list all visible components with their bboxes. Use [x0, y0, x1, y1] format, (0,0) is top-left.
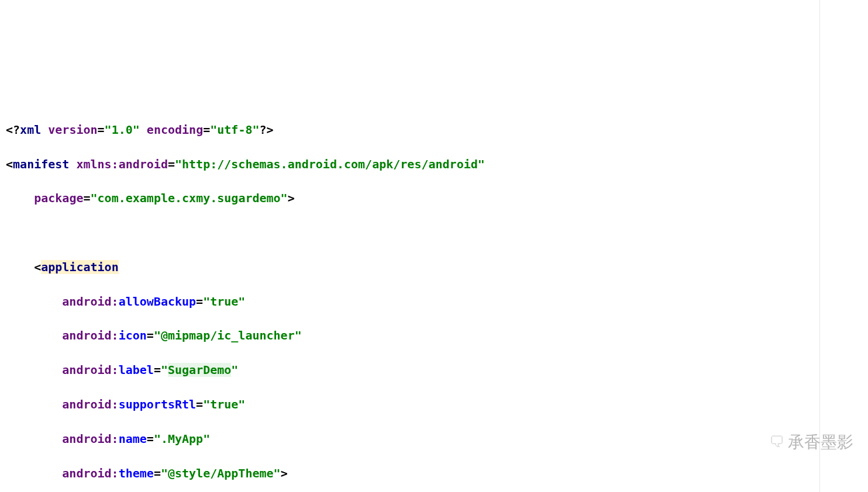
wechat-icon: 🗨: [769, 431, 784, 453]
watermark: 🗨 承香墨影: [769, 430, 853, 454]
code-line: android:name=".MyApp": [6, 431, 862, 448]
code-line: android:supportsRtl="true": [6, 396, 862, 413]
code-line: [6, 224, 862, 241]
watermark-text: 承香墨影: [788, 430, 853, 454]
code-line: <?xml version="1.0" encoding="utf-8"?>: [6, 122, 862, 138]
code-line: android:label="SugarDemo": [6, 362, 862, 379]
code-line: android:theme="@style/AppTheme">: [6, 465, 862, 482]
code-line: <manifest xmlns:android="http://schemas.…: [6, 156, 862, 173]
code-line: android:icon="@mipmap/ic_launcher": [6, 327, 862, 344]
code-line: android:allowBackup="true": [6, 293, 862, 310]
code-line: <application: [6, 259, 862, 276]
code-line: package="com.example.cxmy.sugardemo">: [6, 190, 862, 207]
code-editor[interactable]: <?xml version="1.0" encoding="utf-8"?> <…: [0, 103, 868, 492]
